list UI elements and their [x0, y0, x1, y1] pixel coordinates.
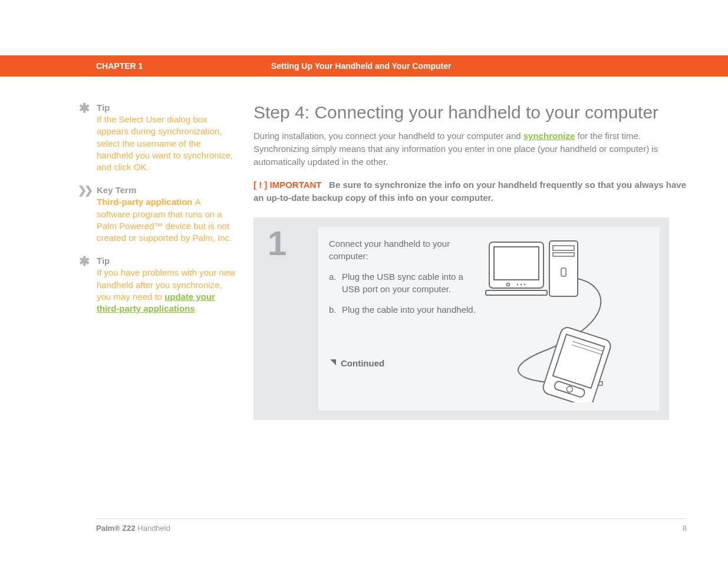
substep: b.Plug the cable into your handheld. [329, 303, 482, 316]
sidebar-block: ✱TipIf you have problems with your new h… [77, 256, 236, 315]
step-number-column: 1 [253, 217, 318, 420]
substep-label: b. [329, 303, 342, 316]
substep-text: Plug the cable into your handheld. [342, 303, 476, 316]
main-content: Step 4: Connecting your handheld to your… [253, 103, 687, 420]
intro-text: During installation, you connect your ha… [253, 131, 523, 141]
svg-rect-1 [494, 247, 539, 280]
continued-indicator: Continued [329, 357, 482, 370]
chapter-title: Setting Up Your Handheld and Your Comput… [271, 61, 451, 71]
substep-text: Plug the USB sync cable into a USB port … [342, 270, 482, 295]
sidebar-block: ❯❯Key TermThird-party application A soft… [77, 185, 236, 244]
svg-point-6 [523, 284, 525, 285]
step-text: Connect your handheld to your computer: … [329, 237, 482, 402]
product-rest: Handheld [136, 524, 170, 533]
sidebar: ✱TipIf the Select User dialog box appear… [77, 103, 253, 420]
svg-rect-7 [549, 241, 578, 296]
asterisk-icon: ✱ [77, 256, 92, 267]
substep: a.Plug the USB sync cable into a USB por… [329, 270, 482, 295]
intro-paragraph: During installation, you connect your ha… [253, 130, 687, 168]
sidebar-body: Third-party application A software progr… [97, 196, 236, 244]
sidebar-body: If the Select User dialog box appears du… [97, 114, 236, 173]
svg-point-4 [516, 284, 518, 285]
step-number: 1 [268, 223, 318, 263]
sidebar-heading: Tip [97, 256, 236, 266]
sidebar-text: If the Select User dialog box appears du… [97, 114, 233, 172]
sidebar-heading: Key Term [97, 185, 236, 195]
svg-point-5 [520, 284, 521, 285]
continued-label: Continued [341, 357, 384, 369]
chevrons-icon: ❯❯ [77, 185, 92, 196]
key-term: Third-party application [97, 197, 195, 207]
page-footer: Palm® Z22 Handheld 8 [96, 518, 687, 533]
page-heading: Step 4: Connecting your handheld to your… [253, 103, 687, 123]
product-name: Palm® Z22 Handheld [96, 524, 170, 533]
important-note: [ ! ] IMPORTANT Be sure to synchronize t… [253, 178, 687, 204]
important-tag: [ ! ] IMPORTANT [253, 180, 322, 190]
svg-rect-2 [486, 290, 547, 295]
sidebar-block: ✱TipIf the Select User dialog box appear… [77, 103, 236, 173]
sidebar-body: If you have problems with your new handh… [97, 267, 236, 315]
sidebar-heading: Tip [97, 103, 236, 113]
page-body: ✱TipIf the Select User dialog box appear… [0, 103, 728, 420]
important-text [324, 180, 329, 190]
sidebar-text: . [195, 303, 197, 313]
inline-link[interactable]: synchronize [523, 131, 575, 141]
step-body: Connect your handheld to your computer: … [318, 227, 660, 411]
product-bold: Palm® Z22 [96, 524, 136, 533]
substep-label: a. [329, 270, 342, 295]
continued-arrow-icon [329, 357, 337, 370]
chapter-header: CHAPTER 1 Setting Up Your Handheld and Y… [0, 55, 728, 77]
connection-illustration [482, 237, 649, 402]
step-card: 1 Connect your handheld to your computer… [253, 217, 669, 420]
step-lead: Connect your handheld to your computer: [329, 237, 482, 262]
chapter-label: CHAPTER 1 [96, 61, 143, 71]
page-number: 8 [683, 524, 687, 533]
asterisk-icon: ✱ [77, 103, 92, 114]
step-substeps: a.Plug the USB sync cable into a USB por… [329, 270, 482, 316]
